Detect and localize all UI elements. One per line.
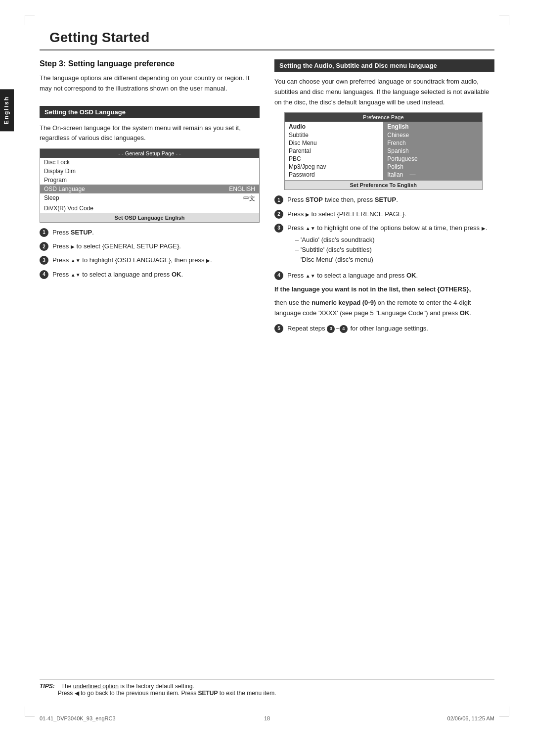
step-text-4: Press to select a language and press OK. (52, 270, 260, 280)
footer-left: 01-41_DVP3040K_93_engRC3 (40, 715, 116, 721)
step-text-2: Press to select {GENERAL SETUP PAGE}. (52, 241, 260, 251)
pref-row-subtitle: Subtitle (289, 131, 379, 139)
two-col-layout: Step 3: Setting language preference The … (40, 59, 494, 337)
pref-row-disc-menu: Disc Menu (289, 139, 379, 147)
osd-body-text: The On-screen language for the system me… (40, 123, 260, 144)
left-column: Step 3: Setting language preference The … (40, 59, 260, 337)
right-intro-text: You can choose your own preferred langua… (274, 77, 494, 107)
sub-list-item-subtitle: 'Subtitle' (disc's subtitles) (295, 245, 494, 255)
tips-section: TIPS: The underlined option is the facto… (40, 679, 494, 697)
right-step-num-2: 2 (274, 210, 283, 219)
osd-row-label: Disc Lock (44, 159, 255, 166)
pref-row-parental: Parental (289, 147, 379, 155)
osd-row-label: OSD Language (44, 186, 229, 192)
step-num-3: 3 (40, 256, 48, 265)
circled-3: 3 (327, 325, 335, 333)
pref-row-spanish: Spanish (387, 147, 478, 155)
pref-row-italian: Italian — (387, 171, 478, 179)
step-item-3: 3 Press to highlight {OSD LANGUAGE}, the… (40, 255, 260, 265)
osd-row-sleep: Sleep 中文 (40, 193, 259, 204)
step-text-1: Press SETUP. (52, 228, 260, 237)
special-note: then use the numeric keypad (0-9) on the… (274, 298, 494, 319)
right-step-num-3: 3 (274, 224, 283, 233)
osd-row-label: Sleep (44, 194, 243, 203)
right-column: Setting the Audio, Subtitle and Disc men… (274, 59, 494, 337)
osd-row-value: 中文 (243, 194, 255, 203)
pref-col-right: English Chinese French Spanish Portugues… (383, 122, 482, 180)
corner-bl (25, 707, 35, 716)
right-step-num-1: 1 (274, 195, 283, 204)
tips-line2: Press ◀ to go back to the previous menu … (40, 690, 494, 697)
right-step-num-5: 5 (274, 324, 283, 333)
pref-table-cols: Audio Subtitle Disc Menu Parental PBC Mp… (285, 122, 482, 180)
right-step-item-4: 4 Press to select a language and press O… (274, 271, 494, 281)
pref-row-mp3: Mp3/Jpeg nav (289, 163, 379, 171)
english-tab: English (0, 89, 14, 131)
sub-list-item-disc-menu: 'Disc Menu' (disc's menu) (295, 255, 494, 265)
right-step-text-3: Press to highlight one of the options be… (287, 223, 494, 267)
pref-table-header: - - Preference Page - - (285, 113, 482, 122)
sub-list: 'Audio' (disc's soundtrack) 'Subtitle' (… (295, 235, 494, 265)
left-steps-list: 1 Press SETUP. 2 Press to select {GENERA… (40, 228, 260, 280)
page-wrapper: English Getting Started Step 3: Setting … (0, 0, 534, 756)
corner-tl (25, 15, 35, 25)
right-step-item-1: 1 Press STOP twice then, press SETUP. (274, 195, 494, 205)
right-step-item-2: 2 Press to select {PREFERENCE PAGE}. (274, 209, 494, 219)
osd-row-program: Program (40, 176, 259, 185)
right-steps-list: 1 Press STOP twice then, press SETUP. 2 … (274, 195, 494, 281)
step-num-4: 4 (40, 270, 48, 279)
pref-col-left: Audio Subtitle Disc Menu Parental PBC Mp… (285, 122, 383, 180)
special-heading: If the language you want is not in the l… (274, 285, 494, 293)
pref-row-polish: Polish (387, 163, 478, 171)
page-number: 18 (264, 715, 270, 721)
underline-option: underlined option (73, 683, 119, 690)
step-item-2: 2 Press to select {GENERAL SETUP PAGE}. (40, 241, 260, 251)
osd-row-label: DiVX(R) Vod Code (44, 205, 255, 212)
step-text-3: Press to highlight {OSD LANGUAGE}, then … (52, 255, 260, 265)
pref-col-right-header: English (387, 123, 478, 131)
left-step-heading: Step 3: Setting language preference (40, 59, 260, 68)
step-num-1: 1 (40, 228, 48, 237)
right-step-text-5: Repeat steps 3~4 for other language sett… (287, 324, 494, 333)
circled-4: 4 (340, 325, 348, 333)
osd-table-header: - - General Setup Page - - (40, 149, 259, 158)
tips-line1: TIPS: The underlined option is the facto… (40, 683, 494, 690)
pref-row-pbc: PBC (289, 155, 379, 163)
osd-row-osd-language: OSD Language ENGLISH (40, 185, 259, 193)
right-step-text-1: Press STOP twice then, press SETUP. (287, 195, 494, 205)
tips-label: TIPS: (40, 683, 55, 690)
osd-row-label: Program (44, 177, 255, 184)
osd-row-divx: DiVX(R) Vod Code (40, 204, 259, 213)
pref-row-portuguese: Portuguese (387, 155, 478, 163)
osd-table: - - General Setup Page - - Disc Lock Dis… (40, 148, 260, 223)
osd-section-heading: Setting the OSD Language (40, 106, 260, 118)
osd-table-footer: Set OSD Language English (40, 213, 259, 222)
osd-row-display-dim: Display Dim (40, 167, 259, 176)
step-num-2: 2 (40, 242, 48, 251)
right-step-text-4: Press to select a language and press OK. (287, 271, 494, 281)
right-step-item-5: 5 Repeat steps 3~4 for other language se… (274, 324, 494, 333)
right-section-heading: Setting the Audio, Subtitle and Disc men… (274, 59, 494, 72)
left-intro-text: The language options are different depen… (40, 73, 260, 94)
osd-row-value: ENGLISH (229, 186, 255, 192)
pref-row-french: French (387, 139, 478, 147)
step-item-4: 4 Press to select a language and press O… (40, 270, 260, 280)
page-title: Getting Started (40, 30, 494, 50)
right-step-text-2: Press to select {PREFERENCE PAGE}. (287, 209, 494, 219)
right-step-item-3: 3 Press to highlight one of the options … (274, 223, 494, 267)
pref-row-chinese: Chinese (387, 131, 478, 139)
pref-table: - - Preference Page - - Audio Subtitle D… (284, 112, 483, 190)
pref-col-left-header: Audio (289, 123, 379, 131)
step-item-1: 1 Press SETUP. (40, 228, 260, 237)
osd-row-disc-lock: Disc Lock (40, 158, 259, 167)
corner-br (499, 707, 509, 716)
right-step-num-4: 4 (274, 271, 283, 280)
sub-list-item-audio: 'Audio' (disc's soundtrack) (295, 235, 494, 245)
osd-row-label: Display Dim (44, 168, 255, 175)
pref-row-password: Password (289, 171, 379, 179)
corner-tr (499, 15, 509, 25)
pref-table-footer: Set Preference To English (285, 180, 482, 189)
footer-right: 02/06/06, 11:25 AM (447, 715, 494, 721)
